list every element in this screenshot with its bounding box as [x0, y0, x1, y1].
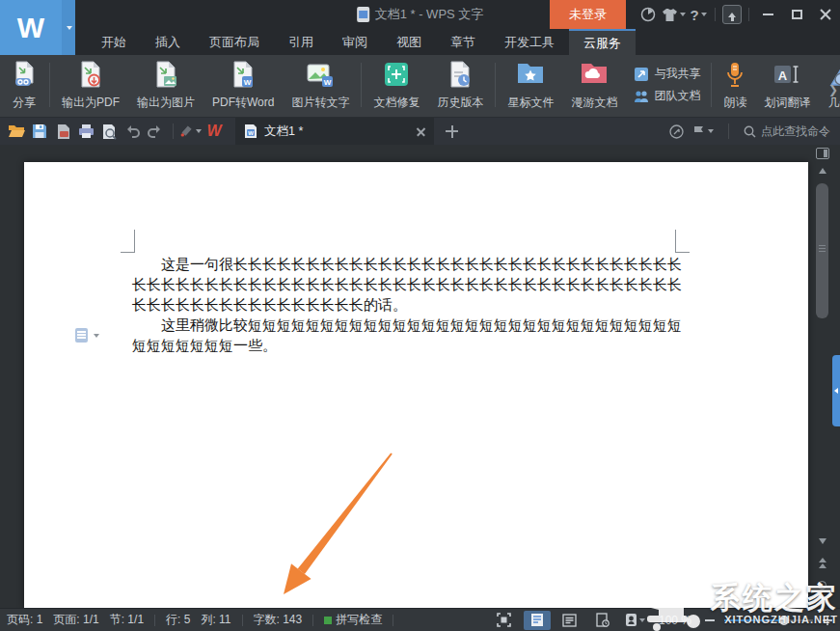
chevron-down-icon — [701, 13, 707, 16]
document-area: 这是一句很长长长长长长长长长长长长长长长长长长长长长长长长长长长长长长长长长长长… — [0, 145, 840, 608]
spell-check-button[interactable]: 拼写检查 — [324, 612, 382, 628]
svg-text:W: W — [248, 130, 254, 136]
share-button[interactable]: 分享 — [2, 60, 46, 110]
divider — [711, 63, 712, 107]
cloud-share-group: 与我共享 团队文档 — [626, 60, 708, 110]
maximize-button[interactable] — [782, 0, 811, 29]
find-command-text: 点此查找命令 — [761, 123, 830, 140]
document-page[interactable]: 这是一句很长长长长长长长长长长长长长长长长长长长长长长长长长长长长长长长长长长长… — [24, 162, 808, 608]
feedback-icon[interactable] — [636, 0, 661, 29]
open-folder-icon — [8, 124, 25, 138]
web-view-button[interactable] — [589, 611, 616, 630]
shared-with-me-button[interactable]: 与我共享 — [634, 66, 700, 82]
lamp-icon — [625, 613, 637, 627]
paragraph-2[interactable]: 这里稍微比较短短短短短短短短短短短短短短短短短短短短短短短短短短短短短短短短短短… — [132, 316, 682, 356]
shared-with-me-icon — [634, 67, 649, 82]
window-title: 文档1 * - WPS 文字 — [375, 6, 484, 23]
history-version-button[interactable]: 历史版本 — [428, 60, 492, 110]
page-view-button[interactable] — [524, 611, 551, 630]
zoom-level[interactable]: 100 % — [659, 614, 691, 627]
outline-view-button[interactable] — [556, 611, 583, 630]
document-text[interactable]: 这是一句很长长长长长长长长长长长长长长长长长长长长长长长长长长长长长长长长长长长… — [132, 255, 682, 356]
vertical-scrollbar[interactable] — [814, 145, 830, 608]
close-tab-icon[interactable] — [417, 127, 425, 136]
sidebar-expand-handle[interactable] — [832, 355, 840, 426]
doc-repair-button[interactable]: 文档修复 — [365, 60, 428, 110]
svg-text:W: W — [324, 78, 332, 87]
roaming-doc-button[interactable]: 漫游文档 — [562, 60, 626, 110]
tab-references[interactable]: 引用 — [274, 29, 328, 55]
divider — [242, 615, 243, 626]
minimize-button[interactable] — [753, 0, 782, 29]
tab-view[interactable]: 视图 — [382, 29, 436, 55]
team-doc-button[interactable]: 团队文档 — [634, 88, 700, 104]
browse-object-icon[interactable] — [815, 581, 829, 590]
export-image-button[interactable]: 输出为图片 — [128, 60, 203, 110]
translate-icon: A — [772, 61, 801, 90]
tab-home[interactable]: 开始 — [87, 29, 141, 55]
image-to-text-button[interactable]: W 图片转文字 — [283, 60, 358, 110]
print-preview-button[interactable] — [98, 121, 120, 142]
document-tab[interactable]: W 文档1 * — [235, 118, 434, 145]
tab-section[interactable]: 章节 — [436, 29, 490, 55]
wps-art-button[interactable]: W — [203, 121, 225, 142]
pen-assistant-icon[interactable] — [669, 124, 684, 139]
chevron-down-icon — [94, 334, 99, 338]
print-preview-icon — [101, 123, 117, 140]
zoom-slider[interactable] — [724, 614, 813, 627]
paragraph-layout-button[interactable] — [75, 328, 99, 343]
zoom-out-button[interactable] — [705, 619, 715, 621]
star-file-button[interactable]: 星标文件 — [499, 60, 562, 110]
divider — [715, 8, 716, 21]
find-command-box[interactable]: 点此查找命令 — [744, 123, 830, 140]
login-button[interactable]: 未登录 — [550, 0, 626, 29]
wps-logo-menu[interactable] — [62, 0, 75, 55]
tab-page-layout[interactable]: 页面布局 — [195, 29, 274, 55]
upgrade-icon[interactable] — [719, 0, 745, 29]
tab-cloud-service[interactable]: 云服务 — [569, 29, 636, 55]
save-button[interactable] — [29, 121, 50, 142]
fullscreen-view-button[interactable] — [491, 611, 518, 630]
zoom-slider-knob[interactable] — [779, 616, 789, 625]
print-button[interactable] — [75, 121, 96, 142]
close-button[interactable] — [811, 0, 840, 29]
quick-access-toolbar: W W 文档1 * — [0, 118, 840, 145]
save-icon — [32, 123, 47, 139]
redo-button[interactable] — [145, 121, 166, 142]
previous-page-icon[interactable] — [815, 558, 829, 568]
translate-button[interactable]: A 划词翻译 — [755, 60, 819, 110]
export-pdf-small-button[interactable] — [52, 121, 73, 142]
undo-button[interactable] — [122, 121, 143, 142]
pdf-to-word-button[interactable]: W PDF转Word — [203, 60, 283, 110]
scroll-up-icon[interactable] — [815, 168, 829, 174]
scrollbar-thumb[interactable] — [816, 183, 828, 318]
help-icon[interactable]: ? — [686, 0, 711, 29]
history-version-icon — [447, 61, 474, 90]
team-doc-icon — [634, 89, 649, 104]
export-pdf-button[interactable]: 输出为PDF — [53, 60, 128, 110]
chevron-down-icon — [196, 129, 202, 133]
sidebar-panel-icon[interactable] — [815, 148, 829, 159]
next-page-icon[interactable] — [815, 596, 829, 601]
skin-theme-icon[interactable] — [661, 0, 686, 29]
new-tab-button[interactable] — [446, 125, 458, 138]
eye-protect-button[interactable] — [622, 611, 649, 630]
tab-insert[interactable]: 插入 — [141, 29, 195, 55]
paragraph-layout-icon — [75, 328, 88, 343]
status-word-count[interactable]: 字数: 143 — [254, 612, 303, 628]
tab-review[interactable]: 审阅 — [328, 29, 382, 55]
wps-logo[interactable]: W — [0, 0, 75, 55]
zoom-in-button[interactable] — [823, 616, 832, 625]
svg-text:W: W — [244, 78, 252, 87]
tab-dev-tools[interactable]: 开发工具 — [490, 29, 569, 55]
paragraph-1[interactable]: 这是一句很长长长长长长长长长长长长长长长长长长长长长长长长长长长长长长长长长长长… — [132, 255, 682, 316]
status-flag-button[interactable] — [692, 124, 714, 138]
ink-pen-button[interactable] — [180, 121, 202, 142]
divider — [154, 615, 155, 626]
ribbon-expand-chevron-icon[interactable]: ❯ — [828, 83, 838, 96]
open-file-button[interactable] — [6, 121, 27, 142]
scroll-down-icon[interactable] — [815, 538, 829, 544]
read-aloud-button[interactable]: 朗读 — [715, 60, 755, 110]
document-tab-title: 文档1 * — [264, 123, 303, 140]
flag-icon — [692, 124, 706, 138]
